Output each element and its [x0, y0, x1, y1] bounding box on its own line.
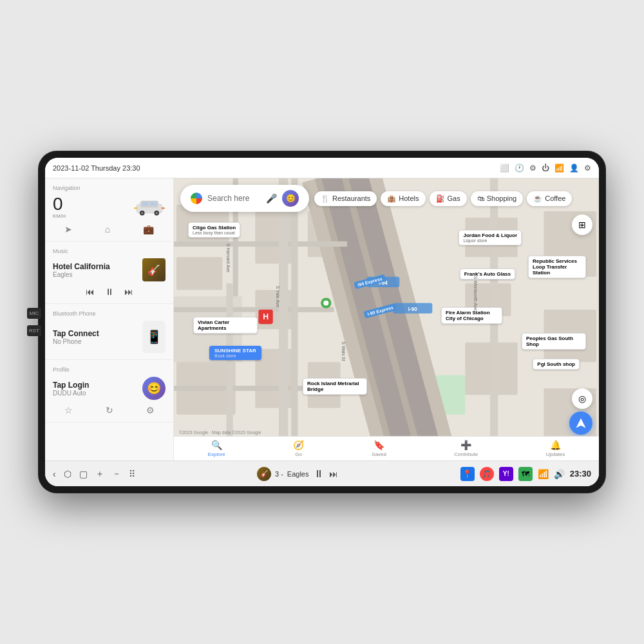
- filter-chips: 🍴 Restaurants 🏨 Hotels ⛽ Gas 🛍: [314, 191, 572, 206]
- road-label-yale: S Yale Ave: [276, 286, 280, 307]
- music-widget: Music Hotel California Eagles 🎸 ⏮ ⏸ ⏭: [45, 242, 173, 304]
- music-info: Hotel California Eagles: [53, 262, 142, 278]
- citgo-name: Citgo Gas Station: [193, 225, 236, 231]
- compass-button[interactable]: ◎: [572, 388, 592, 409]
- clock-icon: 🕐: [515, 164, 524, 173]
- filter-label-restaurants: Restaurants: [332, 194, 370, 202]
- map-copyright: ©2023 Google · Map data ©2023 Google: [179, 430, 261, 435]
- map-nav-explore[interactable]: 🔍 Explore: [208, 440, 225, 457]
- svg-rect-3: [150, 202, 156, 205]
- star-icon[interactable]: ☆: [64, 405, 73, 415]
- navigate-icon[interactable]: ➤: [64, 224, 72, 234]
- pgl-name: Pgl South shop: [537, 361, 575, 367]
- search-placeholder: Search here: [207, 194, 261, 203]
- grid-icon[interactable]: ⠿: [129, 469, 135, 479]
- road-label-harvard: S Harvard Ave: [226, 243, 231, 272]
- navigation-widget: Navigation 0 KM/H: [45, 178, 173, 242]
- map-nav-contribute[interactable]: ➕ Contribute: [454, 440, 478, 457]
- rst-button[interactable]: RST: [27, 325, 41, 336]
- saved-icon: 🔖: [374, 440, 384, 450]
- side-buttons: MIC RST: [27, 308, 41, 336]
- place-label-citgo: Citgo Gas Station Less busy than usual: [188, 222, 240, 238]
- next-track-icon[interactable]: ⏭: [124, 287, 133, 297]
- map-bottom-nav: 🔍 Explore 🧭 Go 🔖 Saved ➕ Contribute: [174, 436, 599, 460]
- svg-point-7: [155, 211, 158, 214]
- filter-chip-hotels[interactable]: 🏨 Hotels: [381, 191, 425, 206]
- place-label-pgl: Pgl South shop: [533, 359, 580, 370]
- svg-point-5: [141, 211, 144, 214]
- navigation-label: Navigation: [53, 185, 166, 191]
- volume-taskbar-icon[interactable]: 🔊: [554, 469, 565, 479]
- power-icon: ⏻: [542, 164, 549, 173]
- peoples-name: Peoples Gas South Shop: [526, 336, 582, 347]
- user-avatar[interactable]: 😊: [282, 190, 299, 207]
- track-number: 3 -: [275, 470, 283, 478]
- go-icon: 🧭: [293, 440, 304, 450]
- next-taskbar-icon[interactable]: ⏭: [329, 469, 338, 479]
- settings-icon[interactable]: ⚙: [146, 405, 155, 415]
- search-box[interactable]: Search here 🎤 😊: [180, 185, 309, 212]
- music-app-icon[interactable]: 🎵: [480, 467, 494, 481]
- phone-icon: 📱: [142, 321, 166, 353]
- recent-apps-icon[interactable]: ▢: [79, 469, 88, 479]
- minus-icon[interactable]: －: [112, 468, 121, 480]
- place-label-vivian: Vivian Carter Apartments: [193, 317, 258, 334]
- work-icon[interactable]: 💼: [143, 224, 154, 234]
- place-label-rockisland: Rock Island Metrarial Bridge: [303, 378, 367, 395]
- prev-track-icon[interactable]: ⏮: [86, 287, 95, 297]
- svg-point-45: [323, 300, 328, 305]
- play-pause-taskbar-icon[interactable]: ⏸: [314, 468, 324, 480]
- filter-chip-restaurants[interactable]: 🍴 Restaurants: [314, 191, 377, 206]
- updates-label: Updates: [546, 451, 565, 457]
- pause-icon[interactable]: ⏸: [105, 287, 114, 297]
- gps-app-icon[interactable]: 📍: [460, 467, 475, 481]
- svg-rect-37: [279, 178, 288, 460]
- map-nav-updates[interactable]: 🔔 Updates: [546, 440, 565, 457]
- map-nav-saved[interactable]: 🔖 Saved: [372, 440, 386, 457]
- add-icon[interactable]: ＋: [95, 468, 104, 480]
- mic-search-icon[interactable]: 🎤: [266, 193, 277, 204]
- music-label: Music: [53, 248, 166, 254]
- filter-label-shopping: Shopping: [487, 194, 517, 202]
- main-content: Navigation 0 KM/H: [45, 178, 599, 460]
- profile-label: Profile: [53, 366, 166, 373]
- filter-chip-coffee[interactable]: ☕ Coffee: [527, 191, 572, 206]
- status-bar: 2023-11-02 Thursday 23:30 ⬜ 🕐 ⚙ ⏻ 📶 👤 ⚙: [45, 158, 599, 178]
- profile-controls: ☆ ↻ ⚙: [53, 405, 166, 415]
- back-icon[interactable]: ‹: [53, 469, 56, 479]
- filter-chip-shopping[interactable]: 🛍 Shopping: [471, 191, 524, 206]
- music-controls[interactable]: ⏮ ⏸ ⏭: [53, 287, 166, 297]
- gas-icon: ⛽: [436, 194, 445, 203]
- home-taskbar-icon[interactable]: ⬡: [64, 469, 71, 479]
- now-playing-widget: 🎸 3 - Eagles: [257, 467, 308, 481]
- svg-rect-2: [142, 202, 149, 205]
- sidebar: Navigation 0 KM/H: [45, 178, 174, 460]
- home-nav-icon[interactable]: ⌂: [105, 224, 110, 234]
- location-button[interactable]: [569, 412, 592, 435]
- map-area[interactable]: I-94 I-90 H Search here 🎤: [174, 178, 599, 460]
- wifi-taskbar-icon: 📶: [538, 469, 549, 479]
- updates-icon: 🔔: [550, 440, 561, 450]
- map-layers-button[interactable]: ⊞: [572, 214, 592, 235]
- map-app-icon[interactable]: 🗺: [518, 467, 533, 481]
- refresh-icon[interactable]: ↻: [106, 405, 113, 415]
- place-label-franks: Frank's Auto Glass: [460, 269, 515, 279]
- bluetooth-info: Tap Connect No Phone 📱: [53, 321, 166, 353]
- datetime-display: 2023-11-02 Thursday 23:30: [53, 164, 140, 172]
- svg-rect-9: [162, 207, 165, 209]
- bt-subtitle: No Phone: [53, 338, 99, 345]
- profile-info-widget: Tap Login DUDU Auto 😊: [53, 377, 166, 400]
- profile-name: Tap Login: [53, 381, 89, 390]
- franks-name: Frank's Auto Glass: [464, 271, 511, 277]
- road-label-swals: S Wals St: [341, 341, 346, 361]
- yahoo-icon[interactable]: Y!: [499, 467, 513, 481]
- map-nav-go[interactable]: 🧭 Go: [293, 440, 304, 457]
- filter-label-coffee: Coffee: [545, 194, 565, 202]
- explore-icon: 🔍: [211, 440, 222, 450]
- mic-button[interactable]: MIC: [27, 308, 41, 319]
- svg-rect-8: [134, 207, 137, 209]
- place-label-jordan: Jordan Food & Liquor Liquor store: [459, 230, 522, 245]
- map-search-bar: Search here 🎤 😊 🍴 Restaurants 🏨 Hotels: [180, 185, 592, 212]
- svg-text:I-90: I-90: [408, 307, 417, 312]
- filter-chip-gas[interactable]: ⛽ Gas: [430, 191, 467, 206]
